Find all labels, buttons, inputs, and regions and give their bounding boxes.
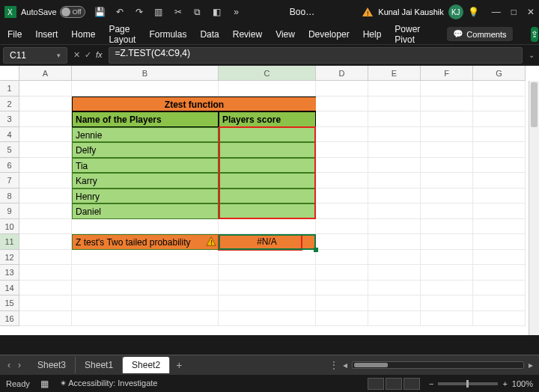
cell[interactable] xyxy=(19,219,72,235)
normal-view-button[interactable] xyxy=(368,378,384,390)
cell[interactable] xyxy=(421,111,473,127)
cell[interactable] xyxy=(19,111,72,127)
cell[interactable] xyxy=(368,234,421,250)
zoom-control[interactable]: − + 100% xyxy=(429,379,533,388)
cell[interactable] xyxy=(368,203,421,219)
cell[interactable] xyxy=(421,311,473,327)
qat-icon-2[interactable]: ◧ xyxy=(211,6,223,18)
player-score[interactable] xyxy=(219,189,316,204)
table-title[interactable]: Ztest function xyxy=(72,97,316,112)
cell[interactable] xyxy=(421,203,473,219)
cell[interactable] xyxy=(473,219,526,235)
tab-view[interactable]: View xyxy=(275,29,295,40)
cell[interactable] xyxy=(368,158,421,174)
row-header[interactable]: 11 xyxy=(0,234,19,250)
comments-button[interactable]: 💬Comments xyxy=(447,27,512,41)
tab-page-layout[interactable]: Page Layout xyxy=(109,24,135,45)
cell[interactable] xyxy=(316,234,368,250)
player-name[interactable]: Jennie xyxy=(72,127,219,143)
cell[interactable] xyxy=(72,250,219,266)
row-header[interactable]: 12 xyxy=(0,250,19,266)
col-header-c[interactable]: C xyxy=(219,66,316,81)
cut-icon[interactable]: ✂ xyxy=(172,6,184,18)
cell[interactable] xyxy=(316,158,368,174)
cell[interactable] xyxy=(473,234,526,250)
cell[interactable] xyxy=(316,203,368,219)
cell[interactable] xyxy=(368,173,421,189)
cell[interactable] xyxy=(19,203,72,219)
cell[interactable] xyxy=(219,219,316,235)
cell[interactable] xyxy=(421,219,473,235)
enter-formula-icon[interactable]: ✓ xyxy=(85,50,91,60)
tab-insert[interactable]: Insert xyxy=(35,29,58,40)
cell[interactable] xyxy=(473,158,526,174)
hscroll-right-icon[interactable]: ▸ xyxy=(529,360,533,370)
cell[interactable] xyxy=(19,250,72,266)
row-header[interactable]: 14 xyxy=(0,281,19,296)
cell[interactable] xyxy=(473,281,526,296)
result-value[interactable]: #N/A xyxy=(219,234,316,250)
sheet-tab-sheet3[interactable]: Sheet3 xyxy=(28,357,76,373)
cell[interactable] xyxy=(72,311,219,327)
lightbulb-icon[interactable]: 💡 xyxy=(468,6,480,18)
select-all-corner[interactable] xyxy=(0,66,19,81)
cell[interactable] xyxy=(219,265,316,281)
zoom-in-icon[interactable]: + xyxy=(502,379,507,388)
macro-icon[interactable]: ▦ xyxy=(39,378,51,390)
col-header-a[interactable]: A xyxy=(19,66,72,81)
cell[interactable] xyxy=(316,281,368,296)
cell[interactable] xyxy=(421,127,473,143)
cell[interactable] xyxy=(473,173,526,189)
cell[interactable] xyxy=(473,203,526,219)
player-name[interactable]: Daniel xyxy=(72,203,219,219)
cell[interactable] xyxy=(368,142,421,158)
cell[interactable] xyxy=(19,97,72,112)
cell[interactable] xyxy=(368,311,421,327)
cell[interactable] xyxy=(473,97,526,112)
player-name[interactable]: Karry xyxy=(72,173,219,189)
cancel-formula-icon[interactable]: ✕ xyxy=(73,50,80,60)
row-header[interactable]: 8 xyxy=(0,189,19,204)
cell[interactable] xyxy=(19,295,72,311)
hscroll-left-icon[interactable]: ◂ xyxy=(343,360,347,370)
cell[interactable] xyxy=(421,97,473,112)
cell[interactable] xyxy=(316,250,368,266)
zoom-slider[interactable] xyxy=(438,382,498,385)
cell[interactable] xyxy=(72,295,219,311)
cell[interactable] xyxy=(368,250,421,266)
cell[interactable] xyxy=(473,127,526,143)
cell[interactable] xyxy=(316,295,368,311)
cell[interactable] xyxy=(421,265,473,281)
cell[interactable] xyxy=(421,234,473,250)
result-label[interactable]: Z test's Two tailed probability! xyxy=(72,234,219,250)
cell[interactable] xyxy=(19,127,72,143)
cell[interactable] xyxy=(473,295,526,311)
cell[interactable] xyxy=(368,265,421,281)
cell[interactable] xyxy=(72,219,219,235)
row-header[interactable]: 10 xyxy=(0,219,19,235)
cell[interactable] xyxy=(421,173,473,189)
cell[interactable] xyxy=(316,189,368,204)
error-warning-icon[interactable]: ! xyxy=(206,236,216,247)
cell[interactable] xyxy=(473,311,526,327)
cell[interactable] xyxy=(473,189,526,204)
close-icon[interactable]: ✕ xyxy=(527,7,535,17)
tab-data[interactable]: Data xyxy=(200,29,219,40)
cell[interactable] xyxy=(19,311,72,327)
cell[interactable] xyxy=(316,311,368,327)
cell[interactable] xyxy=(368,189,421,204)
cell[interactable] xyxy=(219,250,316,266)
cell[interactable] xyxy=(473,265,526,281)
row-header[interactable]: 4 xyxy=(0,127,19,143)
cell[interactable] xyxy=(19,81,72,97)
formula-input[interactable]: =Z.TEST(C4:C9,4) xyxy=(109,47,523,64)
accessibility-status[interactable]: ✴ Accessibility: Investigate xyxy=(60,379,158,388)
player-name[interactable]: Henry xyxy=(72,189,219,204)
minimize-icon[interactable]: — xyxy=(492,7,501,17)
fx-icon[interactable]: fx xyxy=(96,50,103,60)
row-header[interactable]: 6 xyxy=(0,158,19,174)
tab-review[interactable]: Review xyxy=(233,29,262,40)
zoom-value[interactable]: 100% xyxy=(512,379,533,388)
cell[interactable] xyxy=(72,281,219,296)
copy-icon[interactable]: ⧉ xyxy=(192,6,204,18)
